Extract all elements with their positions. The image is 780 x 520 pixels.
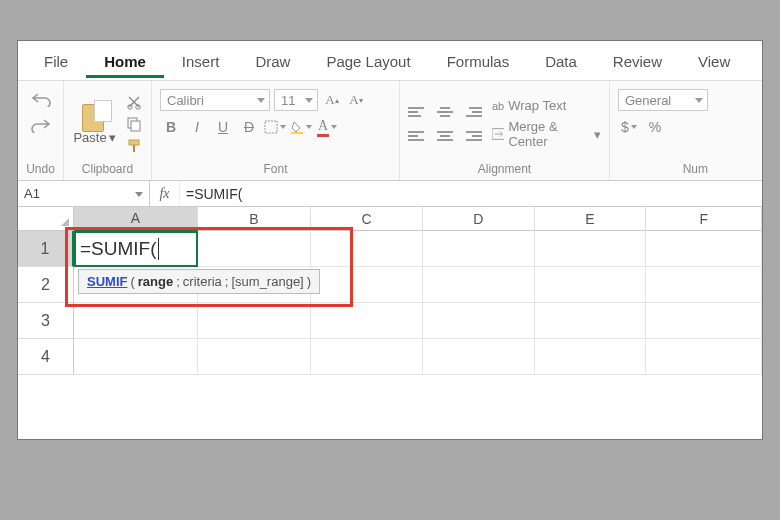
excel-window: File Home Insert Draw Page Layout Formul… [17,40,763,440]
italic-button[interactable]: I [186,117,208,137]
cell-E3[interactable] [535,303,647,339]
cell-D1[interactable] [423,231,535,267]
tab-review[interactable]: Review [595,43,680,78]
increase-font-button[interactable]: A▴ [322,90,342,110]
cell-C3[interactable] [311,303,423,339]
cell-D2[interactable] [423,267,535,303]
tab-view[interactable]: View [680,43,748,78]
bold-button[interactable]: B [160,117,182,137]
tab-insert[interactable]: Insert [164,43,238,78]
font-name-combo[interactable]: Calibri [160,89,270,111]
currency-button[interactable]: $ [618,117,640,137]
fill-color-button[interactable] [290,117,312,137]
redo-button[interactable] [31,117,51,133]
tooltip-arg-sumrange[interactable]: [sum_range] [231,274,303,289]
text-cursor [158,238,159,260]
undo-button[interactable] [31,91,51,107]
cell-B3[interactable] [198,303,312,339]
tab-page-layout[interactable]: Page Layout [308,43,428,78]
cell-C4[interactable] [311,339,423,375]
align-right-button[interactable] [460,126,482,146]
cell-B4[interactable] [198,339,312,375]
cell-C1[interactable] [311,231,423,267]
cell-F4[interactable] [646,339,762,375]
row-headers: 1 2 3 4 [18,231,74,439]
active-cell-editor[interactable]: =SUMIF( [74,231,198,267]
align-left-button[interactable] [408,126,430,146]
svg-rect-6 [265,121,277,133]
select-all-button[interactable] [18,207,74,231]
cut-button[interactable] [126,94,142,110]
column-header-F[interactable]: F [646,207,762,231]
ribbon: Undo Paste▾ [18,81,762,181]
name-box[interactable]: A1 [18,181,150,206]
active-cell-value: =SUMIF( [80,238,157,260]
column-header-D[interactable]: D [423,207,535,231]
strikethrough-button[interactable]: D [238,117,260,137]
fx-button[interactable]: fx [150,181,180,206]
row-header-1[interactable]: 1 [18,231,74,267]
function-tooltip: SUMIF ( range ; criteria ; [sum_range] ) [78,269,320,294]
paste-button[interactable]: Paste▾ [73,130,115,145]
tab-home[interactable]: Home [86,43,164,78]
border-button[interactable] [264,117,286,137]
wrap-text-icon: ab [492,100,504,112]
cell-A4[interactable] [74,339,198,375]
alignment-group-label: Alignment [478,162,531,178]
copy-button[interactable] [126,116,142,132]
number-format-combo[interactable]: General [618,89,708,111]
font-size-combo[interactable]: 11 [274,89,318,111]
clipboard-group-label: Clipboard [82,162,133,178]
cell-F1[interactable] [646,231,762,267]
ribbon-group-number: General $ % Num [610,81,720,180]
undo-group-label: Undo [26,162,55,178]
sheet-grid[interactable]: A B C D E F 1 2 3 4 =SUMIF( SUMIF ( rang… [18,207,762,439]
align-top-button[interactable] [408,102,430,122]
percent-button[interactable]: % [644,117,666,137]
font-color-button[interactable]: A [316,117,338,137]
svg-rect-3 [131,121,140,131]
ribbon-tabs: File Home Insert Draw Page Layout Formul… [18,41,762,81]
cell-F2[interactable] [646,267,762,303]
cell-D4[interactable] [423,339,535,375]
underline-button[interactable]: U [212,117,234,137]
row-header-4[interactable]: 4 [18,339,74,375]
tab-file[interactable]: File [26,43,86,78]
wrap-text-button[interactable]: ab Wrap Text [492,98,601,113]
cell-E4[interactable] [535,339,647,375]
cell-E1[interactable] [535,231,647,267]
cell-B1[interactable] [198,231,312,267]
tab-draw[interactable]: Draw [237,43,308,78]
column-header-B[interactable]: B [198,207,312,231]
column-header-A[interactable]: A [74,207,198,231]
format-painter-button[interactable] [126,138,142,154]
decrease-font-button[interactable]: A▾ [346,90,366,110]
tab-formulas[interactable]: Formulas [429,43,528,78]
tooltip-arg-range[interactable]: range [138,274,173,289]
row-header-3[interactable]: 3 [18,303,74,339]
merge-icon [492,128,504,140]
cell-D3[interactable] [423,303,535,339]
paste-icon[interactable] [82,100,108,130]
align-bottom-button[interactable] [460,102,482,122]
row-header-2[interactable]: 2 [18,267,74,303]
ribbon-group-clipboard: Paste▾ Clipboard [64,81,152,180]
align-center-button[interactable] [434,126,456,146]
tab-data[interactable]: Data [527,43,595,78]
chevron-down-icon: ▾ [109,130,116,145]
svg-rect-4 [129,140,139,145]
formula-input[interactable]: =SUMIF( [180,186,762,202]
tooltip-close-paren: ) [307,274,311,289]
column-header-C[interactable]: C [311,207,423,231]
svg-rect-5 [133,145,135,152]
tooltip-open-paren: ( [130,274,134,289]
align-middle-button[interactable] [434,102,456,122]
cell-F3[interactable] [646,303,762,339]
cell-C2[interactable] [311,267,423,303]
column-header-E[interactable]: E [535,207,647,231]
merge-center-button[interactable]: Merge & Center ▾ [492,119,601,149]
tooltip-arg-criteria[interactable]: criteria [183,274,222,289]
cell-E2[interactable] [535,267,647,303]
cell-A3[interactable] [74,303,198,339]
tooltip-function-link[interactable]: SUMIF [87,274,127,289]
